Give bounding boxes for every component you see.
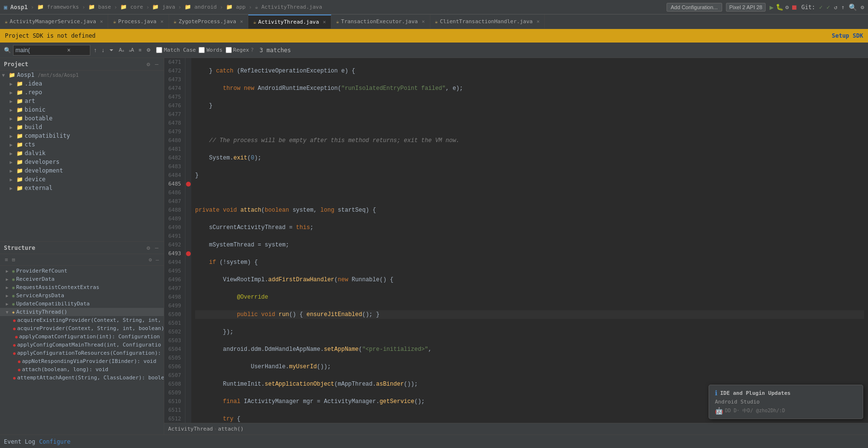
tree-item-device[interactable]: ▶ 📁 device	[0, 175, 164, 184]
tab-zygote-process[interactable]: ☕ ZygoteProcess.java ×	[169, 14, 249, 29]
match-case-checkbox[interactable]	[156, 47, 162, 53]
stop-button[interactable]: ⏹	[791, 3, 797, 11]
struct-sort-icon[interactable]: ≡	[4, 256, 9, 263]
tree-item-repo[interactable]: ▶ 📁 .repo	[0, 88, 164, 97]
search-filter-1[interactable]: Aₐ	[117, 47, 126, 53]
structure-settings-icon[interactable]: ⚙	[145, 244, 152, 252]
debug-button[interactable]: 🐛	[776, 3, 783, 11]
tab-label-5: ClientTransactionHandler.java	[440, 18, 533, 25]
tree-item-external[interactable]: ▶ 📁 external	[0, 184, 164, 192]
struct-label-9: applyConfigCompatMainThread(int, Configu…	[17, 342, 161, 348]
device-selector-button[interactable]: Pixel 2 API 28	[726, 3, 766, 12]
tree-item-art[interactable]: ▶ 📁 art	[0, 97, 164, 105]
tab-activity-manager-service[interactable]: ☕ ActivityManagerService.java ×	[0, 14, 108, 29]
struct-item-apply-compat[interactable]: ● applyCompatConfiguration(int): Configu…	[0, 332, 164, 341]
struct-item-request-assist[interactable]: ▶ ◉ RequestAssistContextExtras	[0, 283, 164, 291]
ln-6489: 6489	[166, 215, 181, 223]
regex-option[interactable]: Regex ?	[226, 47, 254, 53]
struct-gear-icon[interactable]: ⚙	[148, 256, 153, 263]
match-case-option[interactable]: Match Case	[156, 47, 196, 53]
struct-expand-0: ▶	[6, 269, 11, 274]
tree-item-developers[interactable]: ▶ 📁 developers	[0, 158, 164, 166]
tab-close-1[interactable]: ×	[160, 18, 164, 25]
words-option[interactable]: Words	[199, 47, 222, 53]
tab-close-3[interactable]: ×	[323, 19, 326, 25]
regex-checkbox[interactable]	[226, 47, 232, 53]
struct-item-acquire-provider[interactable]: ● acquireProvider(Context, String, int, …	[0, 324, 164, 332]
tab-close-4[interactable]: ×	[422, 18, 425, 25]
tree-item-development[interactable]: ▶ 📁 development	[0, 166, 164, 175]
code-line-6486: });	[195, 328, 864, 336]
struct-item-service-args[interactable]: ▶ ◉ ServiceArgsData	[0, 291, 164, 300]
gear-icon[interactable]: ⚙	[145, 60, 152, 68]
search-next-button[interactable]: ↓	[100, 46, 106, 54]
struct-item-acquire-existing[interactable]: ● acquireExistingProvider(Context, Strin…	[0, 316, 164, 324]
struct-item-provider-ref-count[interactable]: ▶ ◉ ProviderRefCount	[0, 267, 164, 275]
regex-help-icon[interactable]: ?	[251, 47, 254, 53]
tree-label-external: external	[25, 185, 53, 191]
tab-transaction-executor[interactable]: ☕ TransactionExecutor.java ×	[331, 14, 430, 29]
tree-item-build[interactable]: ▶ 📁 build	[0, 123, 164, 131]
tab-close-2[interactable]: ×	[240, 18, 243, 25]
struct-item-apply-config-main[interactable]: ● applyConfigCompatMainThread(int, Confi…	[0, 341, 164, 349]
add-configuration-button[interactable]: Add Configuration...	[667, 3, 722, 12]
search-prev-button[interactable]: ↑	[92, 46, 98, 54]
struct-item-attach[interactable]: ● attach(boolean, long): void	[0, 365, 164, 374]
search-filter-btn[interactable]: ⚙	[145, 47, 152, 53]
code-area[interactable]: 6471 6472 6473 6474 6475 6476 6477 6478 …	[164, 58, 868, 423]
struct-filter-icon[interactable]: ⊞	[11, 256, 16, 263]
tree-root[interactable]: ▼ 📁 Aosp1 /mnt/sda/Aosp1	[0, 71, 164, 79]
tree-folder-developers: 📁	[16, 159, 23, 165]
ln-6493: 6493	[166, 249, 181, 258]
struct-item-attempt-attach[interactable]: ● attemptAttachAgent(String, ClassLoader…	[0, 374, 164, 382]
attach-button[interactable]: ⚙	[785, 4, 789, 11]
tree-item-idea[interactable]: ▶ 📁 .idea	[0, 79, 164, 88]
tree-folder-repo: 📁	[16, 89, 23, 96]
struct-icon-8: ●	[15, 334, 17, 339]
struct-icon-6: ●	[13, 318, 15, 323]
search-input[interactable]	[15, 47, 64, 54]
search-history-button[interactable]: ⏷	[108, 47, 115, 53]
ln-6491: 6491	[166, 232, 181, 241]
breakpoint-6493[interactable]	[186, 251, 191, 256]
main-layout: Project ⚙ – ▼ 📁 Aosp1 /mnt/sda/Aosp1 ▶ 📁…	[0, 58, 868, 434]
struct-item-app-not-responding[interactable]: ● appNotRespondingViaProvider(IBinder): …	[0, 357, 164, 365]
tree-item-bootable[interactable]: ▶ 📁 bootable	[0, 114, 164, 123]
struct-label-10: applyConfigurationToResources(Configurat…	[17, 350, 161, 356]
struct-item-update-compat[interactable]: ▶ ◉ UpdateCompatibilityData	[0, 300, 164, 308]
struct-item-receiver-data[interactable]: ▶ ◉ ReceiverData	[0, 275, 164, 283]
configure-link[interactable]: Configure	[39, 438, 71, 445]
tree-item-dalvik[interactable]: ▶ 📁 dalvik	[0, 149, 164, 158]
code-line-6482: if (!system) {	[195, 258, 864, 267]
search-icon: 🔍	[4, 47, 11, 54]
tab-client-transaction-handler[interactable]: ☕ ClientTransactionHandler.java ×	[430, 14, 545, 29]
tree-item-compatibility[interactable]: ▶ 📁 compatibility	[0, 131, 164, 140]
settings-icon[interactable]: ⚙	[861, 4, 864, 11]
breakpoint-6485[interactable]	[186, 182, 191, 187]
run-button[interactable]: ▶	[769, 3, 773, 11]
project-label[interactable]: Aosp1	[10, 4, 28, 11]
search-filter-2[interactable]: ₐA	[128, 47, 136, 53]
tree-item-cts[interactable]: ▶ 📁 cts	[0, 140, 164, 149]
words-checkbox[interactable]	[199, 47, 205, 53]
tab-activity-thread[interactable]: ☕ ActivityThread.java ×	[248, 14, 331, 29]
event-log-title[interactable]: Event Log	[4, 438, 35, 445]
struct-item-activity-thread[interactable]: ▼ ◈ ActivityThread()	[0, 308, 164, 316]
tab-process[interactable]: ☕ Process.java ×	[108, 14, 169, 29]
tree-folder-bionic: 📁	[16, 107, 23, 113]
search-everywhere-icon[interactable]: 🔍	[849, 3, 857, 11]
code-content[interactable]: } catch (ReflectiveOperationException e)…	[191, 58, 868, 423]
structure-collapse-icon[interactable]: –	[154, 244, 160, 252]
struct-label-11: appNotRespondingViaProvider(IBinder): vo…	[22, 358, 156, 364]
search-filter-3[interactable]: ≡	[137, 47, 143, 53]
setup-sdk-link[interactable]: Setup SDK	[832, 32, 863, 39]
collapse-icon[interactable]: –	[154, 60, 160, 68]
struct-item-apply-config-resources[interactable]: ● applyConfigurationToResources(Configur…	[0, 349, 164, 357]
tab-close-0[interactable]: ×	[100, 18, 103, 25]
tab-close-5[interactable]: ×	[537, 18, 540, 25]
search-clear-button[interactable]: ×	[66, 46, 72, 54]
struct-minus-icon[interactable]: –	[155, 256, 160, 263]
tree-label-idea: .idea	[25, 80, 42, 87]
tree-item-bionic[interactable]: ▶ 📁 bionic	[0, 105, 164, 114]
alert-bar: Project SDK is not defined Setup SDK	[0, 29, 868, 43]
